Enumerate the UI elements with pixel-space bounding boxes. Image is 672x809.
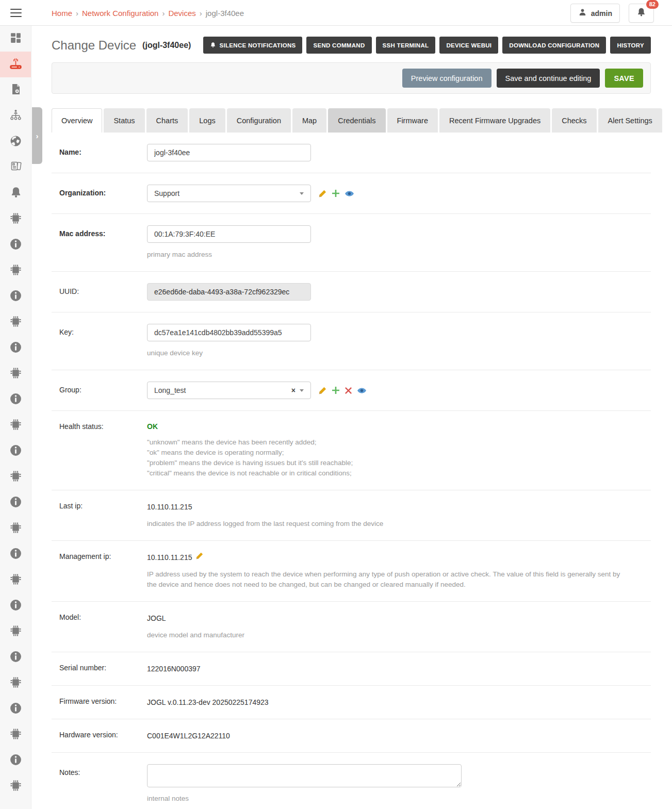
sidebar-item-module[interactable]	[0, 619, 31, 645]
sidebar-item-module[interactable]	[0, 516, 31, 541]
history-button[interactable]: HISTORY	[610, 37, 651, 54]
tab-firmware[interactable]: Firmware	[387, 108, 438, 133]
user-icon	[578, 8, 587, 19]
key-input[interactable]	[147, 324, 311, 341]
send-command-button[interactable]: SEND COMMAND	[306, 37, 371, 54]
info-icon	[9, 444, 22, 459]
breadcrumb-network-configuration[interactable]: Network Configuration	[82, 9, 158, 18]
chip-icon	[9, 676, 22, 691]
info-icon	[9, 289, 22, 304]
sidebar-item-templates[interactable]	[0, 77, 31, 103]
breadcrumb-home[interactable]: Home	[52, 9, 72, 18]
sidebar-item-info[interactable]	[0, 593, 31, 619]
ssh-terminal-button[interactable]: SSH TERMINAL	[376, 37, 436, 54]
last-ip-value: 10.110.11.215	[147, 502, 630, 512]
sidebar-item-info[interactable]	[0, 232, 31, 258]
sidebar-expander-handle[interactable]: ›	[32, 107, 42, 164]
sidebar-item-module[interactable]	[0, 206, 31, 232]
sidebar-item-info[interactable]	[0, 541, 31, 567]
config-template-icon	[10, 83, 22, 97]
tab-recent-firmware-upgrades[interactable]: Recent Firmware Upgrades	[439, 108, 550, 133]
sidebar-item-subnets[interactable]	[0, 155, 31, 180]
sidebar-item-module[interactable]	[0, 361, 31, 387]
tab-logs[interactable]: Logs	[189, 108, 225, 133]
save-button[interactable]: SAVE	[605, 69, 643, 88]
sidebar-item-info[interactable]	[0, 645, 31, 670]
silence-notifications-button[interactable]: SILENCE NOTIFICATIONS	[203, 37, 303, 54]
health-status-label: Health status:	[59, 422, 147, 478]
chip-icon	[9, 779, 22, 794]
tab-checks[interactable]: Checks	[552, 108, 596, 133]
tab-alert-settings[interactable]: Alert Settings	[598, 108, 662, 133]
add-group-icon[interactable]	[332, 387, 339, 394]
sidebar-item-dashboard[interactable]	[0, 26, 31, 52]
sidebar-item-info[interactable]	[0, 438, 31, 464]
last-ip-label: Last ip:	[59, 502, 147, 529]
tab-configuration[interactable]: Configuration	[227, 108, 291, 133]
sidebar-item-module[interactable]	[0, 464, 31, 490]
edit-group-icon[interactable]	[319, 387, 326, 394]
sidebar-item-info[interactable]	[0, 490, 31, 516]
serial-number-label: Serial number:	[59, 664, 147, 674]
info-icon	[9, 392, 22, 407]
download-configuration-button[interactable]: DOWNLOAD CONFIGURATION	[502, 37, 606, 54]
info-icon	[9, 547, 22, 562]
view-group-icon[interactable]	[357, 388, 366, 393]
sidebar-item-geo[interactable]	[0, 129, 31, 155]
notes-label: Notes:	[59, 764, 147, 804]
preview-configuration-button[interactable]: Preview configuration	[402, 69, 491, 88]
device-webui-button[interactable]: DEVICE WEBUI	[439, 37, 498, 54]
edit-management-ip-icon[interactable]	[196, 552, 203, 559]
form-row-model: Model: JOGL device model and manufacture…	[52, 602, 651, 652]
delete-group-icon[interactable]	[345, 387, 352, 394]
sidebar-item-module[interactable]	[0, 670, 31, 696]
notes-textarea[interactable]	[147, 764, 462, 787]
chip-icon	[9, 367, 22, 382]
sidebar-item-info[interactable]	[0, 335, 31, 361]
devices-router-icon	[9, 57, 23, 73]
menu-toggle-button[interactable]	[0, 0, 31, 26]
group-select[interactable]: Long_test ×	[147, 382, 311, 399]
sidebar-item-module[interactable]	[0, 722, 31, 748]
tab-status[interactable]: Status	[104, 108, 144, 133]
sidebar-module-list	[0, 206, 31, 799]
sidebar-item-organizations[interactable]	[0, 103, 31, 129]
save-and-continue-button[interactable]: Save and continue editing	[497, 69, 600, 88]
add-organization-icon[interactable]	[332, 190, 339, 197]
chevron-down-icon	[300, 192, 304, 195]
form-row-name: Name:	[52, 133, 651, 173]
management-ip-value: 10.110.11.215	[147, 552, 192, 563]
tab-charts[interactable]: Charts	[146, 108, 188, 133]
bell-icon	[10, 186, 22, 201]
view-organization-icon[interactable]	[345, 191, 354, 196]
user-menu-button[interactable]: admin	[570, 4, 620, 23]
edit-organization-icon[interactable]	[319, 190, 326, 197]
name-input[interactable]	[147, 144, 311, 161]
organization-select[interactable]: Support	[147, 185, 311, 202]
sidebar-item-info[interactable]	[0, 284, 31, 309]
tab-map[interactable]: Map	[292, 108, 326, 133]
silence-notifications-label: SILENCE NOTIFICATIONS	[220, 42, 296, 48]
sidebar-item-info[interactable]	[0, 387, 31, 412]
tab-overview[interactable]: Overview	[52, 108, 102, 133]
info-icon	[9, 238, 22, 253]
hamburger-icon	[10, 12, 22, 14]
mac-address-input[interactable]	[147, 225, 311, 243]
sidebar-item-info[interactable]	[0, 748, 31, 773]
info-icon	[9, 702, 22, 717]
breadcrumb-devices[interactable]: Devices	[168, 9, 195, 18]
sidebar-item-module[interactable]	[0, 773, 31, 799]
notifications-button[interactable]: 82	[629, 4, 654, 23]
sidebar-item-module[interactable]	[0, 309, 31, 335]
sidebar-item-module[interactable]	[0, 412, 31, 438]
form-row-uuid: UUID: e26ed6de-daba-4493-a38a-72cf962329…	[52, 272, 651, 312]
tab-credentials[interactable]: Credentials	[328, 108, 385, 133]
sidebar-item-info[interactable]	[0, 696, 31, 722]
clear-selection-icon[interactable]: ×	[291, 387, 296, 394]
sidebar-item-devices[interactable]	[0, 52, 31, 77]
sidebar-item-notifications[interactable]	[0, 180, 31, 206]
sidebar-item-module[interactable]	[0, 258, 31, 284]
sidebar-item-module[interactable]	[0, 567, 31, 593]
mac-address-help: primary mac address	[147, 250, 630, 260]
sidebar	[0, 26, 31, 809]
